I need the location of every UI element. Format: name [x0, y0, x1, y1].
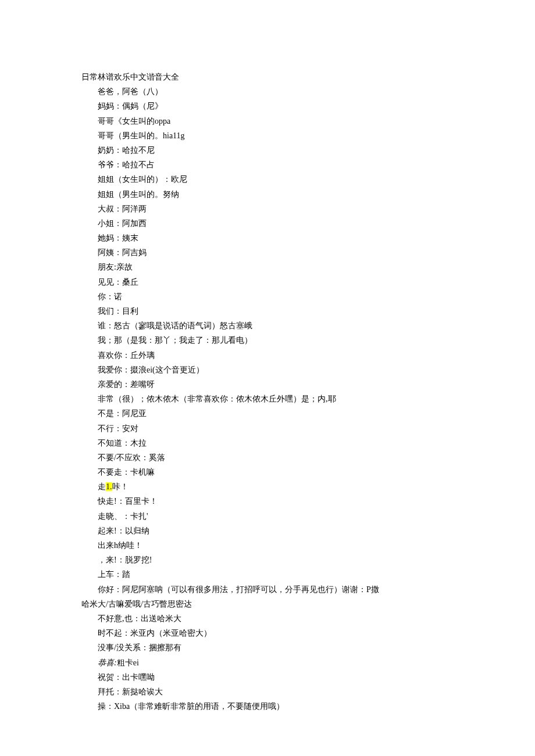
item-line: 操：Xiba（非常难昕非常脏的用语，不要随便用哦） [81, 699, 454, 714]
document-page: 日常林谱欢乐中文谐音大全 爸爸，阿爸（八）妈妈：偶妈（尼》哥哥《女生叫的oppa… [0, 0, 535, 756]
item-line: 妈妈：偶妈（尼》 [81, 99, 454, 113]
item-line: 不要/不应欢：奚落 [81, 450, 454, 465]
item-line: 非常（很）；侬木侬木（非常喜欢你：侬木侬木丘外嘿）是；内,耶 [81, 392, 454, 406]
document-title: 日常林谱欢乐中文谐音大全 [81, 70, 454, 84]
item-line: 喜欢你：丘外璃 [81, 348, 454, 363]
items-list: 爸爸，阿爸（八）妈妈：偶妈（尼》哥哥《女生叫的oppa哥哥（男生叫的。hia11… [81, 84, 454, 597]
item-line: 恭喜:粗卡ei [81, 655, 454, 670]
item-line: 不要走：卡机嘛 [81, 465, 454, 479]
item-line: 她妈：姨末 [81, 231, 454, 245]
item-line: 小姐：阿加西 [81, 216, 454, 231]
item-line: 我；那（是我：那丫；我走了：那儿看电） [81, 333, 454, 347]
item-line: 大叔：阿洋两 [81, 202, 454, 216]
item-line: 祝贺：出卡嘿呦 [81, 670, 454, 685]
item-line: 不行：安对 [81, 421, 454, 436]
item-line: 拜托：新挞哈诶大 [81, 685, 454, 699]
item-line: 不知道：木拉 [81, 436, 454, 450]
item-line: 出来h纳哇！ [81, 538, 454, 553]
items-list-2: 不好意,也：出送哈米大时不起：米亚内（米亚哈密大）没事/没关系：捆擦那有恭喜:粗… [81, 611, 454, 714]
item-line: 姐姐（男生叫的。努纳 [81, 187, 454, 202]
item-line: 阿姨：阿吉妈 [81, 245, 454, 260]
item-line: 你：诺 [81, 289, 454, 304]
item-line: 我爱你：掇浪ei(这个音更近） [81, 363, 454, 377]
item-line: 谁：怒古（寥哦是说话的语气词）怒古塞峨 [81, 318, 454, 333]
item-line: 走晓、：卡扎' [81, 509, 454, 524]
italic-text: 恭喜: [98, 658, 117, 667]
item-line: 你好：阿尼阿塞呐（可以有很多用法，打招呼可以，分手再见也行）谢谢：P撒 [81, 582, 454, 597]
item-line: 没事/没关系：捆擦那有 [81, 640, 454, 655]
item-line: 爷爷：哈拉不占 [81, 157, 454, 172]
item-line: 上车：踏 [81, 567, 454, 582]
item-line: 哥哥（男生叫的。hia11g [81, 128, 454, 143]
item-line: 亲爱的：差嘴呀 [81, 377, 454, 392]
item-line: 朋友:亲故 [81, 260, 454, 274]
item-line: 姐姐（女生叫的）：欧尼 [81, 172, 454, 187]
item-line: 见见：桑丘 [81, 275, 454, 289]
item-line: 我们：目利 [81, 304, 454, 318]
item-line: 起来!：以归纳 [81, 524, 454, 538]
item-line: 走1.咔！ [81, 479, 454, 494]
item-line: 奶奶：哈拉不尼 [81, 143, 454, 157]
item-line: 时不起：米亚内（米亚哈密大） [81, 626, 454, 640]
item-line: 哥哥《女生叫的oppa [81, 114, 454, 128]
item-line: 不好意,也：出送哈米大 [81, 611, 454, 626]
continuation-line: 哈米大/古嘛爱哦/古巧瞥思密达 [81, 597, 454, 611]
item-line: ，来!：脱罗挖! [81, 553, 454, 567]
item-line: 不是：阿尼亚 [81, 406, 454, 421]
highlighted-text: 1. [106, 482, 112, 491]
item-line: 爸爸，阿爸（八） [81, 84, 454, 99]
item-line: 快走!：百里卡！ [81, 494, 454, 508]
